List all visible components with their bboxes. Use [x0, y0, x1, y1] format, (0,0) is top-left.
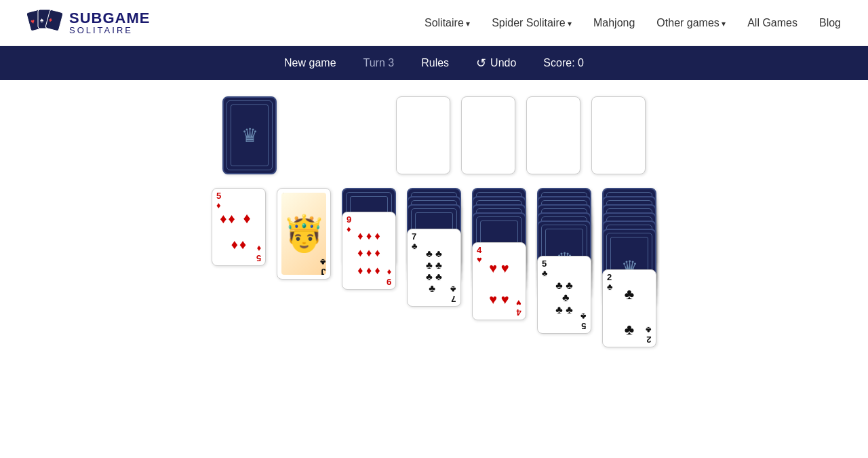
- tableau-col-1: 5♦ ♦ ♦ ♦ ♦ ♦ 5♦: [212, 188, 266, 266]
- logo-title: SUBGAME: [69, 11, 150, 26]
- tableau-col-4: ♛ ♛ ♛ 7♣ ♣ ♣♣ ♣♣ ♣ ♣ 7♣: [407, 188, 461, 337]
- svg-text:♠: ♠: [40, 16, 44, 24]
- nav-other[interactable]: Other games: [656, 17, 726, 29]
- foundation-slot-1[interactable]: [396, 96, 450, 174]
- rules-button[interactable]: Rules: [421, 57, 449, 69]
- nav-all[interactable]: All Games: [747, 17, 797, 29]
- card-2c[interactable]: 2♣ ♣♣ 2♣: [602, 269, 656, 347]
- score-display: Score: 0: [543, 57, 584, 69]
- score-label: Score:: [543, 57, 574, 69]
- logo-link[interactable]: ♥ ♠ ♦ SUBGAME SOLITAIRE: [27, 5, 150, 41]
- logo-icon: ♥ ♠ ♦: [27, 5, 62, 41]
- logo-text: SUBGAME SOLITAIRE: [69, 11, 150, 35]
- stock-pile[interactable]: ♛: [222, 96, 277, 174]
- score-value: 0: [578, 57, 584, 69]
- tableau-col-7: ♛ ♛ ♛ ♛ ♛ ♛ 2♣: [602, 188, 656, 364]
- undo-button[interactable]: ↺ Undo: [476, 56, 516, 71]
- tableau-col-5: ♛ ♛ ♛ ♛ 4♥ ♥ ♥♥ ♥ 4♥: [472, 188, 526, 337]
- card-9d[interactable]: 9♦ ♦ ♦ ♦ ♦ ♦ ♦ ♦ ♦ ♦ 9♦: [342, 212, 396, 290]
- tableau-col-3: ♛ 9♦ ♦ ♦ ♦ ♦ ♦ ♦ ♦ ♦ ♦ 9♦: [342, 188, 396, 290]
- logo-subtitle: SOLITAIRE: [69, 26, 150, 35]
- undo-label: Undo: [490, 57, 516, 69]
- nav-spider[interactable]: Spider Solitaire: [492, 17, 572, 29]
- card-jc[interactable]: J♣ 🤴 J♣: [277, 188, 331, 280]
- new-game-button[interactable]: New game: [284, 57, 336, 69]
- card-4h[interactable]: 4♥ ♥ ♥♥ ♥ 4♥: [472, 242, 526, 320]
- tableau-col-6: ♛ ♛ ♛ ♛ ♛ 5♣ ♣ ♣ ♣♣ ♣: [537, 188, 591, 351]
- toolbar: New game Turn 3 Rules ↺ Undo Score: 0: [0, 46, 868, 80]
- game-area: ♛ 5♦ ♦ ♦ ♦ ♦ ♦ 5♦: [0, 80, 868, 381]
- navbar: ♥ ♠ ♦ SUBGAME SOLITAIRE Solitaire Spider…: [0, 0, 868, 46]
- foundation-slot-3[interactable]: [526, 96, 580, 174]
- tableau-col-2: J♣ 🤴 J♣: [277, 188, 331, 280]
- card-7c[interactable]: 7♣ ♣ ♣♣ ♣♣ ♣ ♣ 7♣: [407, 229, 461, 307]
- undo-icon: ↺: [476, 56, 486, 71]
- nav-links: Solitaire Spider Solitaire Mahjong Other…: [425, 17, 841, 29]
- foundation-slot-2[interactable]: [461, 96, 515, 174]
- foundation-row: ♛: [27, 96, 841, 174]
- card-5d[interactable]: 5♦ ♦ ♦ ♦ ♦ ♦ 5♦: [212, 188, 266, 266]
- nav-mahjong[interactable]: Mahjong: [593, 17, 635, 29]
- turn-indicator: Turn 3: [363, 57, 395, 69]
- stock-back-ornament: ♛: [231, 104, 269, 166]
- nav-solitaire[interactable]: Solitaire: [425, 17, 470, 29]
- nav-blog[interactable]: Blog: [819, 17, 841, 29]
- card-5c[interactable]: 5♣ ♣ ♣ ♣♣ ♣ 5♣: [537, 256, 591, 334]
- tableau-row: 5♦ ♦ ♦ ♦ ♦ ♦ 5♦ J♣ 🤴 J♣: [27, 188, 841, 364]
- foundation-slot-4[interactable]: [591, 96, 646, 174]
